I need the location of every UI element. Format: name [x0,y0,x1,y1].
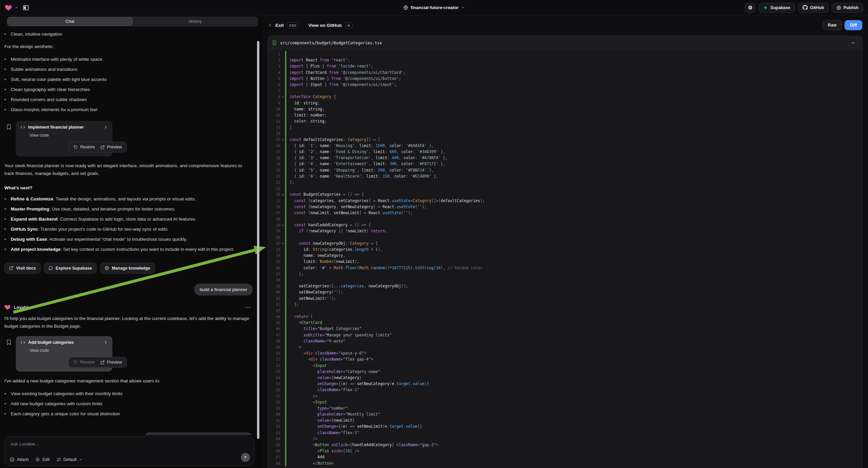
chat-messages: Clean, intuitive navigation For the desi… [4,30,253,435]
code-edit-title: Add budget categories [28,340,101,345]
line-number: 5 [268,76,280,82]
code-text: id: String(categories.length + 1), [285,246,382,253]
fold-gutter [280,436,285,442]
view-code-link[interactable]: View code [30,348,108,353]
code-text: color: '#' + Math.floor(Math.random()*16… [285,265,483,271]
code-line: 4import ChartCard from '@/components/ui/… [268,69,862,76]
fold-chevron-icon[interactable] [280,240,285,246]
bullet-text: Each category gets a unique color for vi… [11,411,120,417]
bookmark-icon[interactable] [6,124,11,156]
sidebar-toggle-button[interactable] [23,4,29,11]
visit-docs-label: Visit docs [16,266,36,271]
code-line: 30 if (!newCategory || !newLimit) return… [268,228,862,234]
code-text: id: string; [285,100,320,106]
code-line: 35 limit: Number(newLimit), [268,259,862,265]
bullet-dot [4,403,6,405]
tool-call-block: Implement financial planner View code Re… [6,121,253,156]
code-line: 6import { Input } from '@/components/ui/… [268,82,862,88]
fold-gutter [280,381,285,387]
preview-button[interactable]: Preview [100,360,122,364]
github-button[interactable]: GitHub [798,3,829,13]
line-number: 56 [268,387,280,393]
fold-chevron-icon[interactable] [280,137,285,143]
chat-input[interactable]: Ask Lovable... [10,441,39,446]
tab-history[interactable]: History [132,17,258,26]
send-button[interactable] [241,453,250,462]
code-text: { id: '6', name: 'Healthcare', limit: 15… [285,173,438,179]
code-editor[interactable]: 1 2import React from 'react';3import { P… [268,50,862,466]
code-line: 36 color: '#' + Math.floor(Math.random()… [268,265,862,271]
code-text: > [285,344,301,350]
code-line: 57 /> [268,393,862,399]
code-text: { id: '3', name: 'Transportation', limit… [285,155,447,161]
mode-selector[interactable]: Default [56,457,83,462]
assistant-name: Lovable [14,305,242,310]
user-message: would be cool if you could add budget ca… [144,432,253,435]
bullet-text: GitHub Sync: Transfer your project's cod… [11,226,169,232]
visit-docs-button[interactable]: Visit docs [4,263,40,273]
bullet-dot [4,68,6,70]
fold-gutter [280,277,285,283]
code-line: 43 [268,308,862,314]
lovable-logo[interactable] [5,4,12,11]
publish-button[interactable]: Publish [832,3,863,13]
view-code-link[interactable]: View code [30,133,108,138]
chat-composer[interactable]: Ask Lovable... Attach Edit Default [4,436,254,466]
assistant-header: Lovable [4,304,253,311]
bullet-text: Rounded corners and subtle shadows [11,96,87,103]
design-heading: For the design aesthetic: [4,42,253,50]
restore-button[interactable]: Restore [73,360,95,364]
line-number: 4 [268,69,280,76]
code-viewer-header: Exit ESC View on GitHub G Raw Diff [262,16,868,35]
chevron-left-icon[interactable] [268,23,272,28]
collapse-button[interactable] [848,38,858,48]
view-on-github-button[interactable]: View on GitHub [308,23,342,28]
fold-gutter [280,76,285,82]
more-options-icon[interactable] [245,307,251,308]
code-text: import React from 'react'; [285,57,350,63]
bookmark-icon[interactable] [6,340,11,372]
file-header[interactable]: src/components/budget/BudgetCategories.t… [268,36,862,50]
code-text: limit: number; [285,112,327,118]
composer-toolbar: Attach Edit Default [10,457,83,462]
project-switcher[interactable]: financial-future-creator [403,5,465,10]
bullet-dot [4,109,6,111]
code-text: }; [285,271,304,277]
code-line: 52 <Input [268,362,862,369]
code-line: 65 <Button onClick={handleAddCategory} c… [268,442,862,448]
globe-icon [836,5,841,10]
tab-chat[interactable]: Chat [7,17,132,26]
fold-chevron-icon[interactable] [280,222,285,228]
bullet-text: Debug with Ease: Activate our experiment… [11,236,187,242]
fold-gutter [280,454,285,460]
code-line: 39 setCategories([...categories, newCate… [268,283,862,289]
fold-gutter [280,338,285,344]
attach-button[interactable]: Attach [10,457,29,462]
chevron-down-icon[interactable] [15,6,19,9]
raw-button[interactable]: Raw [823,20,842,30]
code-text: const handleAddCategory = () => { [285,222,371,228]
line-number: 44 [268,314,280,320]
fold-chevron-icon[interactable] [280,192,285,197]
diff-button[interactable]: Diff [844,20,862,30]
supabase-button[interactable]: Supabase [758,3,795,13]
manage-knowledge-button[interactable]: Manage knowledge [100,263,155,273]
fold-chevron-icon[interactable] [280,94,285,100]
explore-supabase-button[interactable]: Explore Supabase [44,263,97,273]
chat-scrollbar[interactable] [257,41,259,439]
code-text: import ChartCard from '@/components/ui/C… [285,69,406,76]
edit-button[interactable]: Edit [35,457,50,462]
topbar-right: ⚙ Supabase GitHub Publish [745,3,863,13]
bullet-dot [4,208,6,210]
line-number: 67 [268,454,280,460]
assistant-text: Your sleek financial planner is now read… [4,162,253,177]
restore-button[interactable]: Restore [73,145,95,149]
preview-button[interactable]: Preview [100,145,122,149]
line-number: 36 [268,265,280,271]
line-number: 31 [268,234,280,240]
exit-button[interactable]: Exit [276,23,284,28]
fold-gutter [280,375,285,381]
code-text [285,51,292,57]
line-number: 45 [268,320,280,326]
settings-button[interactable]: ⚙ [745,3,755,13]
